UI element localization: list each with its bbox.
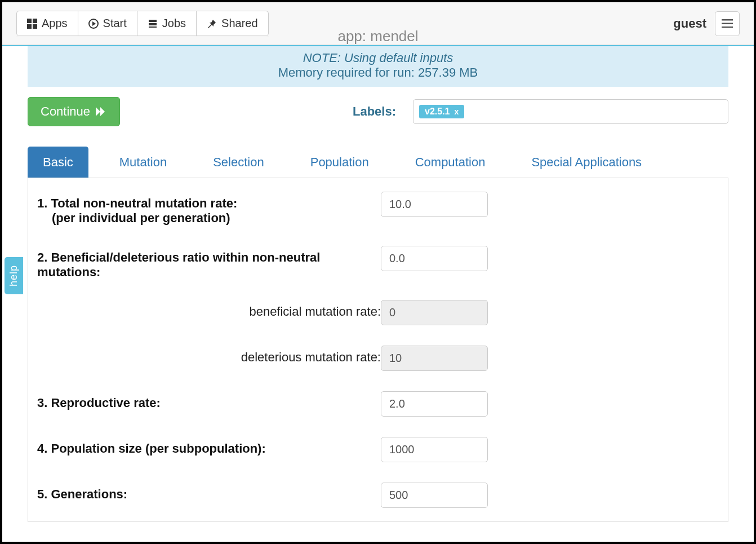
labels-input[interactable]: v2.5.1 x xyxy=(413,99,728,124)
tab-panel-basic: 1. Total non-neutral mutation rate: (per… xyxy=(28,178,728,522)
nav-button-group: Apps Start Jobs Shared xyxy=(16,11,269,36)
action-row: Continue Labels: v2.5.1 x xyxy=(28,97,728,126)
continue-button[interactable]: Continue xyxy=(28,97,120,126)
row-reproductive-rate: 3. Reproductive rate: xyxy=(37,391,719,417)
hamburger-icon xyxy=(722,19,733,28)
input-population-size[interactable] xyxy=(381,437,488,462)
pin-icon xyxy=(207,19,217,29)
row-generations: 5. Generations: xyxy=(37,483,719,508)
row-population-size: 4. Population size (per subpopulation): xyxy=(37,437,719,462)
input-mutation-rate[interactable] xyxy=(381,192,488,217)
start-icon xyxy=(88,19,99,29)
svg-rect-7 xyxy=(149,23,157,25)
svg-rect-6 xyxy=(149,20,157,22)
row-mutation-rate: 1. Total non-neutral mutation rate: (per… xyxy=(37,192,719,225)
svg-rect-10 xyxy=(722,23,733,24)
apps-button[interactable]: Apps xyxy=(16,11,78,36)
tag-text: v2.5.1 xyxy=(425,107,450,117)
labels-label: Labels: xyxy=(353,104,396,119)
label-deleterious-rate: deleterious mutation rate: xyxy=(37,346,381,365)
label-reproductive-rate: 3. Reproductive rate: xyxy=(37,391,381,410)
start-label: Start xyxy=(103,17,127,30)
jobs-button[interactable]: Jobs xyxy=(137,11,197,36)
svg-rect-3 xyxy=(33,24,37,29)
svg-rect-11 xyxy=(722,26,733,28)
svg-rect-0 xyxy=(27,19,32,23)
topbar: Apps Start Jobs Shared app: me xyxy=(2,2,754,45)
svg-rect-8 xyxy=(149,26,157,28)
label-generations: 5. Generations: xyxy=(37,483,381,502)
tab-computation[interactable]: Computation xyxy=(400,147,501,178)
input-generations[interactable] xyxy=(381,483,488,508)
input-ratio[interactable] xyxy=(381,246,488,271)
label-mutation-rate: 1. Total non-neutral mutation rate: (per… xyxy=(37,192,381,225)
info-banner: NOTE: Using default inputs Memory requir… xyxy=(28,46,728,87)
jobs-icon xyxy=(148,19,158,29)
apps-label: Apps xyxy=(42,17,68,30)
help-tab[interactable]: help xyxy=(5,257,23,294)
svg-rect-9 xyxy=(722,19,733,21)
user-label: guest xyxy=(673,16,706,31)
svg-marker-13 xyxy=(100,107,105,116)
tab-selection[interactable]: Selection xyxy=(198,147,279,178)
shared-label: Shared xyxy=(221,17,258,30)
continue-label: Continue xyxy=(41,104,90,119)
memory-text: Memory required for run: 257.39 MB xyxy=(28,65,728,80)
apps-icon xyxy=(27,19,37,29)
input-reproductive-rate[interactable] xyxy=(381,391,488,417)
svg-marker-12 xyxy=(96,107,100,116)
row-beneficial-rate: beneficial mutation rate: xyxy=(37,300,719,325)
svg-marker-5 xyxy=(92,21,96,26)
input-beneficial-rate xyxy=(381,300,488,325)
tab-basic[interactable]: Basic xyxy=(28,147,88,178)
svg-rect-1 xyxy=(33,19,37,23)
app-title: app: mendel xyxy=(337,28,418,45)
menu-button[interactable] xyxy=(715,11,740,36)
row-ratio: 2. Beneficial/deleterious ratio within n… xyxy=(37,246,719,280)
jobs-label: Jobs xyxy=(162,17,186,30)
tag-remove-icon[interactable]: x xyxy=(454,107,459,116)
note-text: NOTE: Using default inputs xyxy=(28,51,728,65)
topbar-right: guest xyxy=(673,11,740,36)
tab-special[interactable]: Special Applications xyxy=(516,147,657,178)
label-tag: v2.5.1 x xyxy=(419,105,464,118)
tab-population[interactable]: Population xyxy=(295,147,384,178)
shared-button[interactable]: Shared xyxy=(196,11,269,36)
tab-mutation[interactable]: Mutation xyxy=(104,147,182,178)
label-mutation-rate-sub: (per individual per generation) xyxy=(37,211,230,225)
start-button[interactable]: Start xyxy=(78,11,137,36)
row-deleterious-rate: deleterious mutation rate: xyxy=(37,346,719,371)
tabs: Basic Mutation Selection Population Comp… xyxy=(28,147,728,178)
svg-rect-2 xyxy=(27,24,32,29)
label-population-size: 4. Population size (per subpopulation): xyxy=(37,437,381,456)
label-ratio: 2. Beneficial/deleterious ratio within n… xyxy=(37,246,381,280)
forward-icon xyxy=(96,107,107,116)
label-mutation-rate-main: 1. Total non-neutral mutation rate: xyxy=(37,196,237,210)
label-beneficial-rate: beneficial mutation rate: xyxy=(37,300,381,319)
input-deleterious-rate xyxy=(381,346,488,371)
